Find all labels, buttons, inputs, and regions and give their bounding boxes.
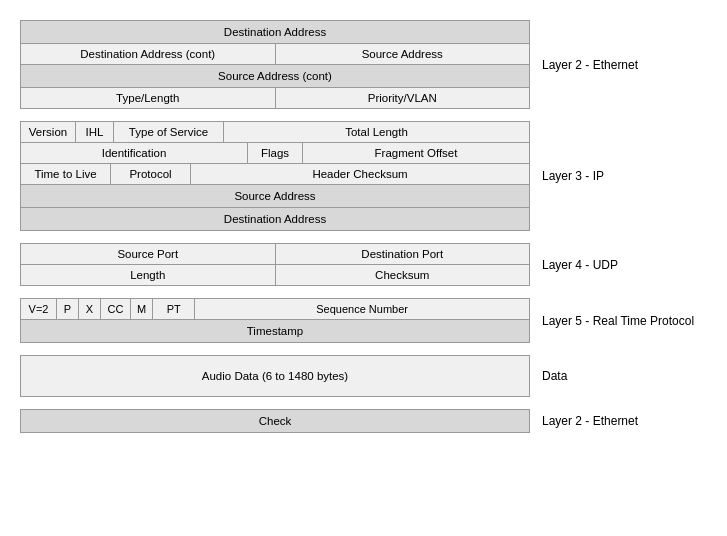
destination-port-cell: Destination Port — [276, 244, 530, 264]
x-cell: X — [79, 299, 101, 319]
data-row1: Audio Data (6 to 1480 bytes) — [21, 356, 529, 396]
v2-cell: V=2 — [21, 299, 57, 319]
layer2-ethernet-top-label: Layer 2 - Ethernet — [542, 58, 638, 72]
flags-cell: Flags — [248, 143, 303, 163]
data-label: Data — [542, 369, 567, 383]
type-length-cell: Type/Length — [21, 88, 276, 108]
l3-destination-address-cell: Destination Address — [21, 208, 529, 230]
data-row: Audio Data (6 to 1480 bytes) Data — [20, 355, 600, 397]
length-cell: Length — [21, 265, 276, 285]
version-cell: Version — [21, 122, 76, 142]
layer2-ethernet-bot-label: Layer 2 - Ethernet — [542, 414, 638, 428]
total-length-cell: Total Length — [224, 122, 529, 142]
priority-vlan-cell: Priority/VLAN — [276, 88, 530, 108]
ttl-cell: Time to Live — [21, 164, 111, 184]
destination-address-cell: Destination Address — [21, 21, 529, 43]
l3-row3: Time to Live Protocol Header Checksum — [21, 164, 529, 185]
l3-row5: Destination Address — [21, 208, 529, 230]
l2-row4: Type/Length Priority/VLAN — [21, 88, 529, 108]
l3-source-address-cell: Source Address — [21, 185, 529, 207]
check-cell: Check — [21, 410, 529, 432]
l2-row1: Destination Address — [21, 21, 529, 44]
source-address-cell: Source Address — [276, 44, 530, 64]
layer3-ip-label: Layer 3 - IP — [542, 169, 604, 183]
type-of-service-cell: Type of Service — [114, 122, 224, 142]
p-cell: P — [57, 299, 79, 319]
source-address-cont-cell: Source Address (cont) — [21, 65, 529, 87]
checksum-cell: Checksum — [276, 265, 530, 285]
l4-row2: Length Checksum — [21, 265, 529, 285]
sequence-number-cell: Sequence Number — [195, 299, 529, 319]
audio-data-cell: Audio Data (6 to 1480 bytes) — [21, 356, 529, 396]
layer2-ethernet-bot-row: Check Layer 2 - Ethernet — [20, 409, 600, 433]
layer5-rtp-row: V=2 P X CC M PT Sequence Number Timestam… — [20, 298, 600, 343]
layer4-udp-row: Source Port Destination Port Length Chec… — [20, 243, 600, 286]
network-diagram: Destination Address Destination Address … — [20, 20, 600, 433]
ihl-cell: IHL — [76, 122, 114, 142]
pt-cell: PT — [153, 299, 195, 319]
l2-bot-row1: Check — [21, 410, 529, 432]
l2-row3: Source Address (cont) — [21, 65, 529, 88]
layer2-ethernet-bot-block: Check — [20, 409, 530, 433]
l3-row2: Identification Flags Fragment Offset — [21, 143, 529, 164]
layer3-ip-row: Version IHL Type of Service Total Length… — [20, 121, 600, 231]
fragment-offset-cell: Fragment Offset — [303, 143, 529, 163]
layer2-ethernet-top-row: Destination Address Destination Address … — [20, 20, 600, 109]
layer4-udp-label: Layer 4 - UDP — [542, 258, 618, 272]
layer5-rtp-label: Layer 5 - Real Time Protocol — [542, 314, 694, 328]
l5-row1: V=2 P X CC M PT Sequence Number — [21, 299, 529, 320]
header-checksum-cell: Header Checksum — [191, 164, 529, 184]
protocol-cell: Protocol — [111, 164, 191, 184]
source-port-cell: Source Port — [21, 244, 276, 264]
m-cell: M — [131, 299, 153, 319]
layer5-rtp-block: V=2 P X CC M PT Sequence Number Timestam… — [20, 298, 530, 343]
l3-row1: Version IHL Type of Service Total Length — [21, 122, 529, 143]
data-block: Audio Data (6 to 1480 bytes) — [20, 355, 530, 397]
identification-cell: Identification — [21, 143, 248, 163]
layer4-udp-block: Source Port Destination Port Length Chec… — [20, 243, 530, 286]
layer2-ethernet-top-block: Destination Address Destination Address … — [20, 20, 530, 109]
l4-row1: Source Port Destination Port — [21, 244, 529, 265]
destination-address-cont-cell: Destination Address (cont) — [21, 44, 276, 64]
l5-row2: Timestamp — [21, 320, 529, 342]
l3-row4: Source Address — [21, 185, 529, 208]
timestamp-cell: Timestamp — [21, 320, 529, 342]
layer3-ip-block: Version IHL Type of Service Total Length… — [20, 121, 530, 231]
cc-cell: CC — [101, 299, 131, 319]
l2-row2: Destination Address (cont) Source Addres… — [21, 44, 529, 65]
